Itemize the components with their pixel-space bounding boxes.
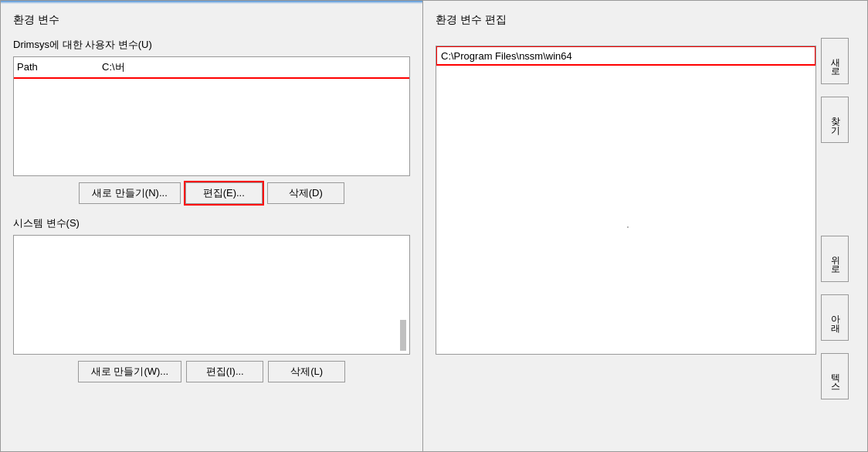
dot-hint: . <box>626 216 630 232</box>
user-path-name: Path <box>17 61 102 73</box>
up-path-button[interactable]: 위로 <box>821 236 849 282</box>
user-section-label: Drimsys에 대한 사용자 변수(U) <box>13 38 410 52</box>
system-section: 시스템 변수(S) 새로 만들기(W)... 편집(I)... 삭제(L) <box>13 216 410 382</box>
user-path-row[interactable]: Path C:\버 <box>14 57 409 77</box>
spacer5 <box>821 344 849 350</box>
spacer1 <box>821 87 849 93</box>
spacer4 <box>821 285 849 291</box>
system-section-label: 시스템 변수(S) <box>13 216 410 230</box>
edit-user-button[interactable]: 편집(E)... <box>185 182 263 204</box>
new-system-button[interactable]: 새로 만들기(W)... <box>78 361 181 382</box>
edit-system-button[interactable]: 편집(I)... <box>186 361 263 382</box>
edit-path-listbox[interactable]: C:\Program Files\nssm\win64 . <box>436 46 816 355</box>
top-divider <box>1 1 422 4</box>
down-path-button[interactable]: 아래 <box>821 294 849 341</box>
down-label: 아래 <box>829 308 842 327</box>
env-edit-panel: 환경 변수 편집 C:\Program Files\nssm\win64 . 새… <box>423 0 868 452</box>
delete-user-button[interactable]: 삭제(D) <box>267 182 344 204</box>
text-path-button[interactable]: 텍스 <box>821 353 849 399</box>
delete-system-button[interactable]: 삭제(L) <box>268 361 345 382</box>
user-path-value: C:\버 <box>102 60 406 74</box>
right-action-buttons: 새로 찾기 위로 아래 텍스 <box>816 38 849 439</box>
path-entry-nssm[interactable]: C:\Program Files\nssm\win64 <box>436 46 815 65</box>
text-label: 텍스 <box>829 367 842 386</box>
left-panel-title: 환경 변수 <box>13 13 410 27</box>
new-label: 새로 <box>829 52 842 70</box>
env-variables-panel: 환경 변수 Drimsys에 대한 사용자 변수(U) Path C:\버 새로… <box>0 0 423 452</box>
user-button-row: 새로 만들기(N)... 편집(E)... 삭제(D) <box>13 182 410 204</box>
system-variables-list[interactable] <box>14 236 409 354</box>
spacer3 <box>821 155 849 233</box>
system-button-row: 새로 만들기(W)... 편집(I)... 삭제(L) <box>13 361 410 382</box>
up-label: 위로 <box>829 250 842 268</box>
system-variables-listbox[interactable] <box>13 235 410 355</box>
system-list-scrollbar[interactable] <box>400 320 406 351</box>
user-variables-list[interactable]: Path C:\버 <box>14 57 409 175</box>
find-path-button[interactable]: 찾기 <box>821 97 849 143</box>
find-label: 찾기 <box>829 110 842 129</box>
user-variables-listbox[interactable]: Path C:\버 <box>13 56 410 176</box>
new-path-button[interactable]: 새로 <box>821 38 849 84</box>
right-panel-title: 환경 변수 편집 <box>436 13 855 27</box>
new-user-button[interactable]: 새로 만들기(N)... <box>79 182 181 204</box>
spacer2 <box>821 146 849 152</box>
empty-rows: . <box>436 65 815 281</box>
